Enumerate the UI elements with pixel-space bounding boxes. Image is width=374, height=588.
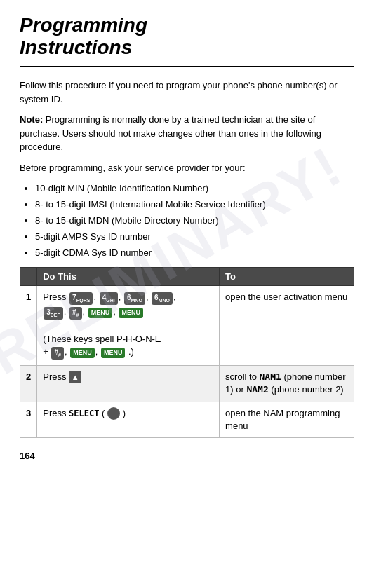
list-item: 10-digit MIN (Mobile Identification Numb… bbox=[35, 182, 354, 196]
list-item: 5-digit AMPS Sys ID number bbox=[35, 230, 354, 245]
step-number: 2 bbox=[20, 366, 37, 402]
key-menu-3: MENU bbox=[70, 348, 95, 358]
procedure-table: Do This To 1 Press 7PQRS, 4GHI, 6MNO, 6M… bbox=[20, 267, 354, 438]
page-title: Programming Instructions bbox=[20, 14, 354, 59]
step-number: 3 bbox=[20, 402, 37, 437]
list-item: 8- to 15-digit IMSI (International Mobil… bbox=[35, 198, 354, 212]
col-header-step bbox=[20, 268, 37, 286]
col-header-do: Do This bbox=[37, 268, 220, 286]
list-item: 8- to 15-digit MDN (Mobile Directory Num… bbox=[35, 214, 354, 228]
do-cell: Press SELECT ( ) bbox=[37, 402, 220, 437]
to-text-3: open the NAM programming menu bbox=[225, 408, 340, 431]
intro-paragraph: Follow this procedure if you need to pro… bbox=[20, 78, 354, 106]
spell-note: (These keys spell P-H-O-N-E + ##, MENU, … bbox=[43, 334, 161, 357]
key-menu-4: MENU bbox=[101, 348, 126, 358]
title-divider bbox=[20, 66, 354, 67]
key-menu-1: MENU bbox=[88, 308, 113, 318]
before-text: Before programming, ask your service pro… bbox=[20, 161, 354, 175]
table-row: 1 Press 7PQRS, 4GHI, 6MNO, 6MNO, 3DEF, #… bbox=[20, 286, 354, 366]
press-label-3: Press bbox=[43, 408, 69, 418]
select-key: SELECT bbox=[69, 409, 99, 418]
key-7pqrs: 7PQRS bbox=[69, 292, 93, 305]
key-hash: ## bbox=[69, 307, 81, 320]
col-header-to: To bbox=[220, 268, 354, 286]
page-number: 164 bbox=[20, 451, 354, 461]
note-body: Programming is normally done by a traine… bbox=[20, 114, 321, 152]
to-cell: open the user activation menu bbox=[220, 286, 354, 366]
key-4ghi: 4GHI bbox=[100, 292, 118, 305]
press-label: Press bbox=[43, 292, 69, 302]
key-hash-2: ## bbox=[51, 347, 63, 360]
note-label: Note: bbox=[20, 114, 43, 125]
nam2-label: NAM2 bbox=[246, 384, 268, 395]
list-item: 5-digit CDMA Sys ID number bbox=[35, 246, 354, 261]
paren-close: ) bbox=[123, 408, 126, 418]
requirements-list: 10-digit MIN (Mobile Identification Numb… bbox=[35, 182, 354, 260]
up-arrow-key: ▲ bbox=[69, 371, 81, 383]
nam1-label: NAM1 bbox=[259, 371, 281, 382]
key-menu-2: MENU bbox=[119, 308, 143, 318]
to-cell: scroll to NAM1 (phone number 1) or NAM2 … bbox=[220, 366, 354, 402]
step-number: 1 bbox=[20, 286, 37, 366]
select-icon bbox=[107, 407, 120, 420]
to-cell: open the NAM programming menu bbox=[220, 402, 354, 437]
press-label-2: Press bbox=[43, 371, 69, 382]
to-text-1: open the user activation menu bbox=[225, 292, 347, 302]
table-row: 2 Press ▲ scroll to NAM1 (phone number 1… bbox=[20, 366, 354, 402]
note-paragraph: Note: Programming is normally done by a … bbox=[20, 113, 354, 154]
do-cell: Press ▲ bbox=[37, 366, 220, 402]
do-cell: Press 7PQRS, 4GHI, 6MNO, 6MNO, 3DEF, ##,… bbox=[37, 286, 220, 366]
key-6mno-2: 6MNO bbox=[152, 292, 173, 305]
table-row: 3 Press SELECT ( ) open the NAM programm… bbox=[20, 402, 354, 437]
key-3def: 3DEF bbox=[44, 307, 63, 320]
key-6mno-1: 6MNO bbox=[124, 292, 145, 305]
paren-open: ( bbox=[102, 408, 107, 418]
